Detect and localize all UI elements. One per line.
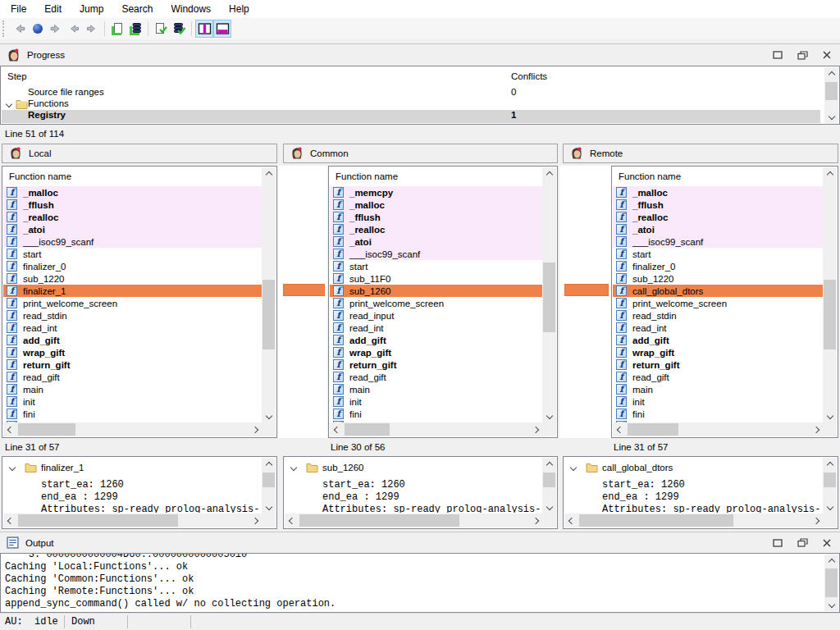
scrollbar-thumb[interactable]: [299, 514, 459, 527]
function-row[interactable]: f_malloc: [3, 186, 262, 199]
scroll-left-icon[interactable]: [330, 422, 344, 436]
scroll-right-icon[interactable]: [809, 422, 823, 436]
scroll-down-icon[interactable]: [262, 409, 276, 422]
scroll-right-icon[interactable]: [528, 514, 542, 527]
function-row[interactable]: fstart: [613, 248, 823, 260]
scroll-right-icon[interactable]: [528, 422, 542, 436]
function-row[interactable]: fread_gift: [330, 371, 542, 383]
function-row[interactable]: fsub_1220: [613, 272, 823, 285]
scrollbar-thumb[interactable]: [262, 472, 275, 487]
function-row[interactable]: f_atoi: [330, 235, 542, 248]
expander-chevron-icon[interactable]: [9, 464, 16, 471]
function-row[interactable]: fprint_welcome_screen: [613, 297, 823, 309]
database-list-button[interactable]: [126, 20, 144, 38]
detail-horizontal-scrollbar[interactable]: [564, 514, 823, 527]
function-row[interactable]: ffinalizer_1: [3, 285, 262, 297]
scroll-left-icon[interactable]: [564, 514, 578, 527]
local-horizontal-scrollbar[interactable]: [3, 422, 262, 436]
column-conflicts[interactable]: Conflicts: [511, 71, 547, 81]
close-button[interactable]: [820, 49, 833, 61]
validate-item-button[interactable]: [152, 20, 170, 38]
scroll-right-icon[interactable]: [809, 514, 823, 527]
function-row[interactable]: f_fflush: [3, 199, 262, 211]
function-row[interactable]: f_realloc: [3, 211, 262, 223]
common-detail-header[interactable]: sub_1260: [284, 462, 541, 475]
progress-row-functions[interactable]: Functions: [2, 98, 820, 110]
function-row[interactable]: fcall_global_dtors: [613, 285, 823, 297]
function-row[interactable]: f_atoi: [3, 223, 262, 235]
local-vertical-scrollbar[interactable]: [262, 167, 276, 422]
column-function-name[interactable]: Function name: [336, 171, 398, 181]
output-console[interactable]: 3: 0000000000004D60..0000000000005010Cac…: [0, 553, 840, 613]
detail-vertical-scrollbar[interactable]: [542, 458, 556, 514]
function-row[interactable]: fadd_gift: [613, 334, 823, 346]
function-row[interactable]: f_realloc: [330, 223, 542, 235]
remote-detail-header[interactable]: call_global_dtors: [564, 462, 821, 475]
scroll-left-icon[interactable]: [285, 514, 299, 527]
detail-vertical-scrollbar[interactable]: [262, 458, 276, 514]
common-vertical-scrollbar[interactable]: [542, 167, 556, 422]
function-row[interactable]: f_realloc: [613, 211, 823, 223]
nav-back-button[interactable]: [11, 20, 29, 38]
nav-current-button[interactable]: [29, 20, 47, 38]
function-row[interactable]: fread_stdin: [613, 309, 823, 322]
detail-vertical-scrollbar[interactable]: [823, 458, 837, 514]
function-row[interactable]: fwrap_gift: [3, 346, 262, 358]
menu-windows[interactable]: Windows: [162, 1, 220, 17]
scroll-down-icon[interactable]: [824, 109, 838, 123]
expander-chevron-icon[interactable]: [290, 464, 297, 471]
function-row[interactable]: f___isoc99_scanf: [330, 248, 542, 260]
scroll-left-icon[interactable]: [613, 422, 627, 436]
scroll-up-icon[interactable]: [262, 458, 276, 472]
scrollbar-thumb[interactable]: [825, 568, 838, 597]
function-row[interactable]: f_fflush: [330, 211, 542, 223]
detail-horizontal-scrollbar[interactable]: [3, 514, 262, 527]
scrollbar-thumb[interactable]: [262, 280, 275, 349]
function-row[interactable]: f_malloc: [613, 186, 823, 199]
nav-forward-button[interactable]: [47, 20, 65, 38]
output-vertical-scrollbar[interactable]: [824, 555, 838, 611]
scrollbar-thumb[interactable]: [825, 82, 838, 100]
function-row[interactable]: ffini: [330, 408, 542, 420]
function-row[interactable]: fwrap_gift: [330, 346, 542, 358]
function-row[interactable]: freturn_gift: [330, 358, 542, 371]
function-row[interactable]: f_fflush: [613, 199, 823, 211]
scroll-down-icon[interactable]: [823, 409, 837, 422]
function-row[interactable]: finit: [613, 395, 823, 408]
menu-search[interactable]: Search: [112, 1, 162, 17]
scroll-up-icon[interactable]: [823, 167, 837, 181]
function-row[interactable]: f___isoc99_scanf: [3, 235, 262, 248]
scrollbar-thumb[interactable]: [824, 280, 836, 349]
function-row[interactable]: fread_int: [3, 322, 262, 334]
scrollbar-thumb[interactable]: [18, 423, 75, 436]
expander-chevron-icon[interactable]: [570, 464, 577, 471]
scroll-down-icon[interactable]: [542, 500, 556, 514]
scrollbar-thumb[interactable]: [628, 423, 678, 436]
validate-all-button[interactable]: [170, 20, 188, 38]
function-row[interactable]: fmain: [613, 383, 823, 395]
function-row[interactable]: ffinalizer_0: [613, 260, 823, 272]
maximize-button[interactable]: [771, 49, 784, 61]
function-row[interactable]: fread_gift: [613, 371, 823, 383]
scroll-right-icon[interactable]: [248, 422, 262, 436]
function-row[interactable]: ffini: [3, 408, 262, 420]
function-row[interactable]: fstart: [3, 248, 262, 260]
toolbar-drag-handle[interactable]: [2, 21, 7, 37]
function-row[interactable]: freturn_gift: [3, 358, 262, 371]
scroll-down-icon[interactable]: [823, 500, 837, 514]
menu-jump[interactable]: Jump: [71, 1, 112, 17]
function-row[interactable]: freturn_gift: [613, 358, 823, 371]
scroll-left-icon[interactable]: [3, 422, 17, 436]
function-row[interactable]: ffini: [613, 408, 823, 420]
close-button[interactable]: [820, 537, 833, 549]
function-row[interactable]: fprint_welcome_screen: [330, 297, 542, 309]
scroll-down-icon[interactable]: [824, 597, 838, 611]
scrollbar-thumb[interactable]: [543, 472, 555, 487]
function-row[interactable]: f_atoi: [613, 223, 823, 235]
progress-vertical-scrollbar[interactable]: [824, 67, 838, 123]
vertical-layout-button[interactable]: [195, 20, 213, 38]
common-horizontal-scrollbar[interactable]: [330, 422, 542, 436]
function-row[interactable]: fread_int: [613, 322, 823, 334]
menu-edit[interactable]: Edit: [35, 1, 71, 17]
function-row[interactable]: fwrap_gift: [613, 346, 823, 358]
